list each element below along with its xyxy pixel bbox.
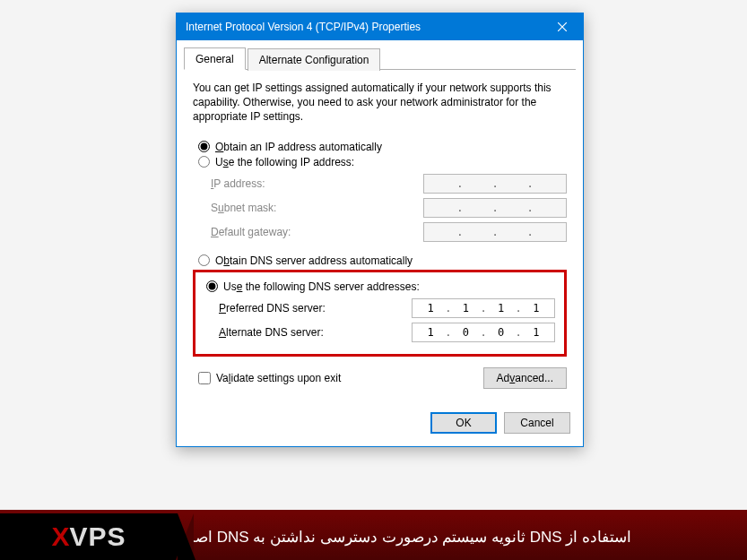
radio-dns-auto-input[interactable] — [198, 254, 210, 266]
preferred-dns-input[interactable]: 1. 1. 1. 1 — [412, 298, 555, 318]
radio-dns-manual-label: Use the following DNS server addresses: — [223, 280, 420, 293]
ip-address-label: IP address: — [211, 177, 265, 190]
logo-x: X — [51, 521, 69, 552]
tab-alternate-configuration[interactable]: Alternate Configuration — [248, 48, 381, 71]
radio-ip-auto-input[interactable] — [198, 141, 210, 152]
radio-dns-auto[interactable]: Obtain DNS server address automatically — [198, 254, 567, 267]
default-gateway-input: ... — [423, 222, 567, 242]
validate-checkbox-row[interactable]: Validate settings upon exit — [198, 372, 341, 384]
default-gateway-label: Default gateway: — [211, 226, 291, 238]
radio-ip-manual-input[interactable] — [198, 156, 210, 168]
radio-ip-manual[interactable]: Use the following IP address: — [198, 156, 567, 168]
window-title: Internet Protocol Version 4 (TCP/IPv4) P… — [186, 21, 421, 33]
radio-dns-auto-label: Obtain DNS server address automatically — [215, 254, 413, 267]
ip-address-input: ... — [423, 174, 567, 194]
alternate-dns-input[interactable]: 1. 0. 0. 1 — [412, 323, 555, 342]
tab-bar: General Alternate Configuration — [184, 47, 576, 70]
title-bar: Internet Protocol Version 4 (TCP/IPv4) P… — [177, 13, 583, 40]
ok-button[interactable]: OK — [430, 412, 497, 434]
properties-dialog: Internet Protocol Version 4 (TCP/IPv4) P… — [176, 13, 584, 447]
logo: XVPS — [0, 513, 178, 560]
validate-label: Validate settings upon exit — [216, 372, 341, 384]
caption-block: استفاده از DNS ثانویه سیستم درصورت دسترس… — [178, 513, 747, 560]
close-icon — [558, 22, 567, 31]
subnet-mask-label: Subnet mask: — [211, 202, 276, 214]
tab-panel-general: You can get IP settings assigned automat… — [177, 70, 583, 403]
dialog-actions: OK Cancel — [177, 403, 583, 446]
validate-row: Validate settings upon exit Advanced... — [198, 367, 567, 389]
radio-dns-manual-input[interactable] — [206, 280, 218, 292]
radio-ip-manual-label: Use the following IP address: — [215, 156, 354, 168]
close-button[interactable] — [542, 13, 583, 40]
ip-fields: IP address: ... Subnet mask: ... Default… — [211, 174, 567, 242]
tab-general[interactable]: General — [184, 47, 246, 70]
subnet-mask-input: ... — [423, 198, 567, 218]
ip-group: Obtain an IP address automatically Use t… — [193, 141, 567, 242]
alternate-dns-label: Alternate DNS server: — [219, 326, 324, 339]
cancel-button[interactable]: Cancel — [504, 412, 570, 434]
advanced-button[interactable]: Advanced... — [483, 367, 567, 389]
intro-text: You can get IP settings assigned automat… — [193, 81, 567, 125]
radio-ip-auto[interactable]: Obtain an IP address automatically — [198, 141, 567, 153]
bottom-bar: XVPS استفاده از DNS ثانویه سیستم درصورت … — [0, 513, 747, 560]
dns-group: Obtain DNS server address automatically … — [193, 254, 567, 357]
radio-ip-auto-label: Obtain an IP address automatically — [215, 141, 382, 153]
dns-highlight-box: Use the following DNS server addresses: … — [193, 270, 567, 357]
radio-dns-manual[interactable]: Use the following DNS server addresses: — [206, 280, 555, 293]
validate-checkbox[interactable] — [198, 372, 211, 384]
caption-text: استفاده از DNS ثانویه سیستم درصورت دسترس… — [178, 528, 631, 547]
preferred-dns-label: Preferred DNS server: — [219, 302, 326, 314]
logo-vps: VPS — [69, 521, 126, 552]
